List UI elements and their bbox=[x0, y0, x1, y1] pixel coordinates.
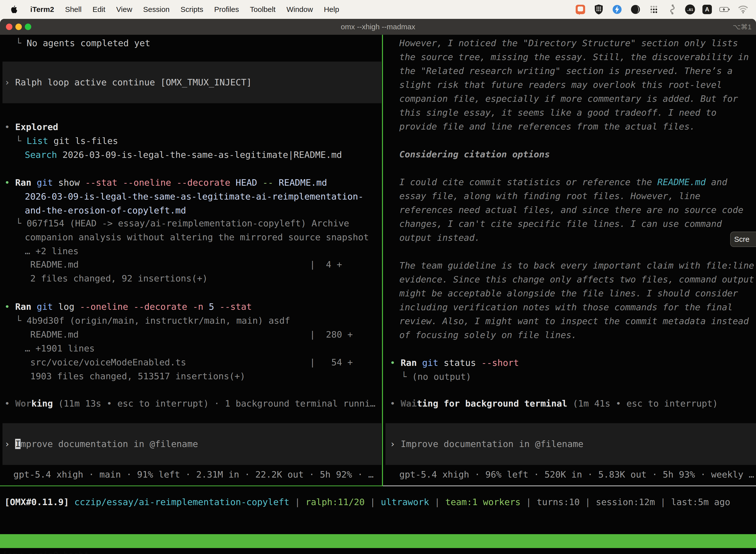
blue-bolt-badge-icon[interactable] bbox=[612, 4, 623, 15]
right-pane: However, I noticed the "Directory Struct… bbox=[385, 35, 756, 554]
left-prompt-input[interactable]: › Improve documentation in @filename bbox=[2, 437, 198, 451]
wifi-icon[interactable] bbox=[738, 4, 749, 15]
squiggle-icon[interactable] bbox=[667, 4, 678, 15]
line-p2-2: essay file, along with finding root file… bbox=[399, 189, 700, 203]
prompt-chevron-icon: › bbox=[390, 439, 395, 449]
screen-recording-icon[interactable] bbox=[575, 4, 586, 15]
right-prompt-input[interactable]: › Improve documentation in @filename bbox=[385, 437, 583, 451]
line-show-stat-summary: 2 files changed, 92 insertions(+) bbox=[30, 272, 208, 285]
menu-window[interactable]: Window bbox=[287, 5, 313, 14]
text-cursor: I bbox=[15, 439, 20, 449]
terminal: └ No agents completed yet › Ralph loop a… bbox=[0, 35, 756, 554]
line-waiting-status: • Waiting for background terminal (1m 41… bbox=[390, 397, 718, 410]
battery-icon[interactable] bbox=[719, 4, 730, 15]
omx-session-status-line: [OMX#0.11.9] cczip/essay/ai-reimplementa… bbox=[4, 495, 730, 509]
line-log-stat-voice: src/voice/voiceModeEnabled.ts | 54 + bbox=[30, 355, 353, 369]
line-p3-6: of focusing solely on file lines. bbox=[399, 328, 577, 342]
right-pane-border bbox=[383, 486, 756, 486]
line-log-stat-readme: README.md | 280 + bbox=[30, 328, 353, 341]
menu-bar-status-icons: ..61 A bbox=[575, 4, 756, 15]
line-p2-4: changes, I can't cite specific file line… bbox=[399, 217, 722, 231]
line-show-wrap2: and-the-erosion-of-copyleft.md bbox=[25, 204, 186, 217]
ralph-loop-banner: › Ralph loop active continue [OMX_TMUX_I… bbox=[2, 62, 381, 103]
apple-icon bbox=[10, 5, 18, 14]
line-no-output: └ (no output) bbox=[401, 370, 471, 384]
line-log-stat-summary: 1903 files changed, 513517 insertions(+) bbox=[30, 369, 245, 383]
right-prompt-box[interactable]: › Improve documentation in @filename bbox=[385, 423, 756, 465]
line-explored-search: Search 2026-03-09-is-legal-the-same-as-l… bbox=[25, 148, 342, 162]
line-no-agents: └ No agents completed yet bbox=[16, 36, 150, 50]
line-p1-3: the "Related research writing" section i… bbox=[399, 64, 733, 78]
left-prompt-box[interactable]: › Improve documentation in @filename bbox=[2, 423, 381, 465]
screen-tooltip: Scre bbox=[730, 232, 756, 247]
screen-tooltip-text: Scre bbox=[734, 235, 750, 243]
keypad-shield-icon[interactable] bbox=[593, 4, 604, 15]
line-p1-7: provide file and line references from th… bbox=[399, 120, 695, 133]
dots-grid-icon[interactable] bbox=[648, 4, 659, 15]
line-show-wrap1: 2026-03-09-is-legal-the-same-as-legitima… bbox=[25, 189, 363, 204]
pane-divider[interactable] bbox=[382, 35, 383, 486]
line-p1-2: the source tree, missing the essay. Stil… bbox=[399, 50, 749, 64]
ralph-loop-banner-text: › Ralph loop active continue [OMX_TMUX_I… bbox=[2, 75, 252, 89]
line-ran-git-log: • Ran git log --oneline --decorate -n 5 … bbox=[4, 300, 252, 314]
menu-profiles[interactable]: Profiles bbox=[214, 5, 239, 14]
menu-bar: iTerm2 Shell Edit View Session Scripts P… bbox=[0, 0, 756, 19]
line-p1-4: slight risk that future readers may over… bbox=[399, 78, 722, 92]
line-p1-1: However, I noticed the "Directory Struct… bbox=[399, 36, 738, 50]
menu-shell[interactable]: Shell bbox=[65, 5, 82, 14]
menu-bar-left: iTerm2 Shell Edit View Session Scripts P… bbox=[0, 4, 339, 15]
line-p3-3: might be acceptable alongside the file l… bbox=[399, 286, 738, 300]
thinking-heading: Considering citation options bbox=[399, 148, 550, 161]
menu-session[interactable]: Session bbox=[143, 5, 170, 14]
line-log-commit: └ 4b9d30f (origin/main, instructkr/main,… bbox=[16, 314, 290, 328]
line-p3-4: including verification notes with those … bbox=[399, 300, 733, 314]
line-ran-git-status: • Ran git status --short bbox=[390, 356, 519, 370]
line-log-more: … +1901 lines bbox=[25, 341, 95, 355]
percent-61-badge-icon[interactable]: ..61 bbox=[685, 4, 695, 14]
window-shortcut-label: ⌥⌘1 bbox=[733, 19, 752, 35]
prompt-chevron-icon: › bbox=[4, 439, 10, 449]
menu-toolbelt[interactable]: Toolbelt bbox=[250, 5, 275, 14]
line-p3-1: The team guideline is to back every impo… bbox=[399, 259, 754, 273]
line-p2-5: output instead. bbox=[399, 231, 480, 245]
menu-help[interactable]: Help bbox=[324, 5, 339, 14]
line-p2-1: I could cite commit statistics or refere… bbox=[399, 175, 727, 189]
line-explored: • Explored bbox=[4, 120, 58, 134]
left-model-status-line: gpt-5.4 xhigh · main · 91% left · 2.31M … bbox=[13, 467, 374, 482]
line-p2-3: references need actual files, and since … bbox=[399, 203, 743, 217]
iterm-window: omx --xhigh --madmax ⌥⌘1 └ No agents com… bbox=[0, 19, 756, 554]
menu-scripts[interactable]: Scripts bbox=[181, 5, 203, 14]
title-bar: omx --xhigh --madmax ⌥⌘1 bbox=[0, 19, 756, 35]
line-show-stat-readme: README.md | 4 + bbox=[30, 258, 342, 272]
line-explored-list: └ List git ls-files bbox=[16, 134, 118, 148]
line-show-more: … +2 lines bbox=[25, 244, 79, 258]
menu-view[interactable]: View bbox=[116, 5, 132, 14]
right-model-status-line: gpt-5.4 xhigh · 96% left · 520K in · 5.8… bbox=[399, 467, 754, 482]
right-prompt-text: Improve documentation in @filename bbox=[400, 439, 583, 449]
apple-menu[interactable] bbox=[8, 4, 19, 15]
left-pane-border bbox=[0, 486, 383, 486]
line-show-commit2: companion analysis without altering the … bbox=[25, 230, 369, 244]
input-source-a-icon[interactable]: A bbox=[702, 5, 712, 14]
menu-edit[interactable]: Edit bbox=[92, 5, 106, 14]
line-p1-5: companion file, especially if more comme… bbox=[399, 92, 738, 106]
contrast-circle-icon[interactable] bbox=[630, 4, 641, 15]
tmux-session-label: [omx-cczip0:bash* bbox=[2, 548, 89, 554]
line-p1-6: this single essay, it seems like a good … bbox=[399, 106, 716, 120]
window-title: omx --xhigh --madmax bbox=[0, 19, 756, 35]
line-p3-5: review. Also, I might want to inspect th… bbox=[399, 314, 749, 328]
menu-iterm2[interactable]: iTerm2 bbox=[30, 5, 54, 14]
line-working-status: • Working (11m 13s • esc to interrupt) ·… bbox=[4, 397, 376, 410]
line-ran-git-show: • Ran git show --stat --oneline --decora… bbox=[4, 176, 327, 189]
tmux-status-bar: [omx-cczip0:bash* "MacBook-Pro-44.local"… bbox=[0, 534, 756, 548]
line-p3-2: evidence. Since this change only affects… bbox=[399, 273, 754, 286]
line-show-commit1: └ 067f154 (HEAD -> essay/ai-reimplementa… bbox=[16, 216, 349, 230]
left-prompt-text: mprove documentation in @filename bbox=[20, 439, 198, 449]
